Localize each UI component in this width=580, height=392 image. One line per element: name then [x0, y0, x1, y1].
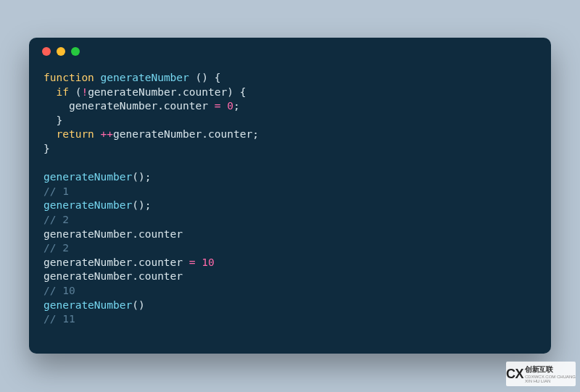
watermark-logo: CX 创新互联 CDXWCX.COM CHUANG XIN HU LIAN: [506, 362, 576, 386]
code-window: function generateNumber () { if (!genera…: [29, 38, 551, 354]
comment: // 10: [44, 285, 75, 296]
comment: // 2: [44, 242, 69, 254]
watermark-text: 创新互联: [525, 365, 552, 373]
comment: // 2: [44, 214, 69, 225]
maximize-icon[interactable]: [71, 47, 80, 56]
watermark-subtext: CDXWCX.COM CHUANG XIN HU LIAN: [525, 375, 576, 383]
close-icon[interactable]: [42, 47, 51, 56]
watermark-logo-mark: CX: [506, 367, 523, 382]
function-call: generateNumber: [44, 199, 132, 211]
function-call: generateNumber: [44, 299, 132, 311]
comment: // 11: [44, 313, 75, 325]
keyword: return: [56, 128, 94, 140]
function-name: generateNumber: [101, 72, 189, 83]
code-block: function generateNumber () { if (!genera…: [29, 65, 551, 338]
minimize-icon[interactable]: [57, 47, 65, 56]
window-titlebar: [29, 38, 551, 65]
keyword: function: [44, 72, 94, 83]
comment: // 1: [44, 185, 69, 197]
keyword: if: [56, 86, 68, 98]
function-call: generateNumber: [44, 171, 132, 183]
